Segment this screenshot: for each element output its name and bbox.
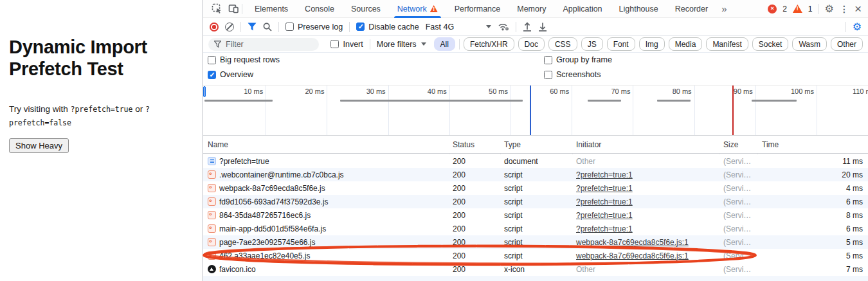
script-icon	[208, 184, 216, 192]
request-initiator[interactable]: ?prefetch=true:1	[576, 184, 633, 193]
request-initiator[interactable]: ?prefetch=true:1	[576, 211, 633, 220]
option-big-request-rows[interactable]: Big request rows	[208, 55, 280, 64]
network-filter-bar: Filter Invert More filters AllFetch/XHRD…	[203, 36, 868, 53]
tab-elements[interactable]: Elements	[246, 0, 296, 18]
timeline-gridline	[694, 86, 695, 135]
checkbox-box[interactable]	[544, 71, 552, 79]
divider	[516, 22, 516, 32]
request-row-highlighted[interactable]: 462.a33aae1ec82e40e5.js200scriptwebpack-…	[203, 249, 868, 262]
request-initiator[interactable]: webpack-8a7c69ecda8c5f6e.js:1	[576, 238, 689, 247]
checkbox-box[interactable]	[544, 56, 552, 64]
settings-gear-icon[interactable]: ⚙	[825, 4, 834, 14]
throttling-dropdown[interactable]: Fast 4G	[426, 23, 491, 32]
option-overview[interactable]: Overview	[208, 70, 253, 79]
chip-font[interactable]: Font	[607, 37, 635, 51]
filter-input[interactable]: Filter	[208, 38, 319, 51]
chip-fetchxhr[interactable]: Fetch/XHR	[464, 37, 514, 51]
record-network-log-icon[interactable]	[210, 23, 219, 32]
option-group-by-frame[interactable]: Group by frame	[544, 55, 612, 64]
column-header-time[interactable]: Time	[762, 140, 779, 149]
option-screenshots[interactable]: Screenshots	[544, 70, 601, 79]
close-icon[interactable]: ×	[854, 3, 862, 15]
chip-manifest[interactable]: Manifest	[706, 37, 748, 51]
network-settings-gear-icon[interactable]: ⚙	[853, 22, 862, 32]
network-overview-timeline[interactable]: 10 ms20 ms30 ms40 ms50 ms60 ms70 ms80 ms…	[203, 85, 868, 136]
disable-cache-label: Disable cache	[368, 23, 419, 32]
more-filters-dropdown[interactable]: More filters	[377, 40, 426, 49]
chip-all[interactable]: All	[434, 37, 455, 51]
chip-media[interactable]: Media	[669, 37, 703, 51]
column-header-name[interactable]: Name	[208, 140, 228, 149]
tab-application[interactable]: Application	[554, 0, 610, 18]
checkbox-box[interactable]	[356, 23, 365, 31]
request-row[interactable]: main-app-dd5d01d5f584e6fa.js200script?pr…	[203, 222, 868, 235]
invert-checkbox[interactable]: Invert	[330, 40, 363, 49]
request-time: 20 ms	[842, 170, 863, 179]
chip-doc[interactable]: Doc	[518, 37, 545, 51]
device-toolbar-icon[interactable]	[225, 1, 242, 17]
timeline-selection-handle[interactable]	[203, 86, 206, 97]
column-header-size[interactable]: Size	[723, 140, 738, 149]
tab-sources[interactable]: Sources	[343, 0, 389, 18]
checkbox-box[interactable]	[208, 71, 216, 79]
script-icon	[208, 197, 216, 206]
warning-count[interactable]: 1	[808, 5, 813, 14]
checkbox-box[interactable]	[330, 40, 339, 48]
network-activity-bar	[657, 100, 690, 102]
request-initiator[interactable]: webpack-8a7c69ecda8c5f6e.js:1	[576, 251, 689, 260]
error-badge-icon[interactable]: ×	[768, 5, 777, 14]
column-header-initiator[interactable]: Initiator	[576, 140, 601, 149]
warning-badge-icon[interactable]	[793, 5, 802, 13]
browser-window: Dynamic Import Prefetch Test Try visitin…	[0, 0, 868, 281]
import-har-icon[interactable]	[523, 22, 532, 32]
request-row[interactable]: webpack-8a7c69ecda8c5f6e.js200script?pre…	[203, 181, 868, 195]
error-count[interactable]: 2	[782, 5, 787, 14]
checkbox-box[interactable]	[285, 23, 294, 31]
request-initiator[interactable]: ?prefetch=true:1	[576, 170, 633, 179]
request-row[interactable]: fd9d1056-693ad74f37592d3e.js200script?pr…	[203, 195, 868, 208]
tab-performance[interactable]: Performance	[446, 0, 509, 18]
network-toolbar: Preserve log Disable cache Fast 4G	[203, 18, 868, 36]
checkbox-box[interactable]	[208, 56, 216, 64]
chip-wasm[interactable]: Wasm	[792, 37, 827, 51]
tab-memory[interactable]: Memory	[509, 0, 554, 18]
request-row[interactable]: page-7ae23e0925745e66.js200scriptwebpack…	[203, 235, 868, 249]
throttling-value: Fast 4G	[426, 23, 454, 32]
clear-network-log-icon[interactable]	[225, 23, 234, 32]
tab-recorder[interactable]: Recorder	[667, 0, 716, 18]
timeline-tick-label: 40 ms	[408, 87, 447, 95]
filter-funnel-icon[interactable]	[248, 23, 257, 31]
request-row[interactable]: ?prefetch=true200documentOther(Servi…11 …	[203, 154, 868, 168]
chip-socket[interactable]: Socket	[752, 37, 789, 51]
tab-console[interactable]: Console	[296, 0, 343, 18]
column-header-type[interactable]: Type	[504, 140, 521, 149]
disable-cache-checkbox[interactable]: Disable cache	[356, 23, 419, 32]
tab-network[interactable]: Network	[389, 0, 446, 18]
request-row[interactable]: 864-35da487265716ec6.js200script?prefetc…	[203, 208, 868, 222]
export-har-icon[interactable]	[538, 22, 547, 32]
network-conditions-icon[interactable]	[498, 22, 509, 32]
inspect-element-icon[interactable]	[208, 1, 225, 17]
chip-css[interactable]: CSS	[548, 37, 577, 51]
request-time: 7 ms	[846, 265, 863, 274]
more-tabs-icon[interactable]: »	[716, 3, 732, 14]
request-initiator[interactable]: ?prefetch=true:1	[576, 224, 633, 233]
request-row[interactable]: favicon.ico200x-iconOther(Servi…7 ms	[203, 262, 868, 276]
search-icon[interactable]	[263, 23, 272, 32]
network-options: Big request rowsGroup by frameOverviewSc…	[203, 53, 868, 85]
kebab-menu-icon[interactable]: ⋮	[840, 4, 849, 14]
chip-img[interactable]: Img	[639, 37, 665, 51]
request-row[interactable]: .webcontainer@runtime.cb7c0bca.js200scri…	[203, 168, 868, 181]
script-icon	[208, 170, 216, 179]
chevron-down-icon	[421, 42, 426, 46]
preserve-log-checkbox[interactable]: Preserve log	[285, 23, 343, 32]
empty-row-strip	[203, 276, 868, 281]
column-header-status[interactable]: Status	[453, 140, 475, 149]
chip-js[interactable]: JS	[581, 37, 603, 51]
chip-other[interactable]: Other	[831, 37, 863, 51]
tab-lighthouse[interactable]: Lighthouse	[611, 0, 667, 18]
timeline-gridline	[511, 86, 511, 135]
request-initiator[interactable]: ?prefetch=true:1	[576, 197, 633, 206]
code-prefetch-true: ?prefetch=true	[71, 105, 133, 114]
show-heavy-button[interactable]: Show Heavy	[9, 138, 69, 153]
